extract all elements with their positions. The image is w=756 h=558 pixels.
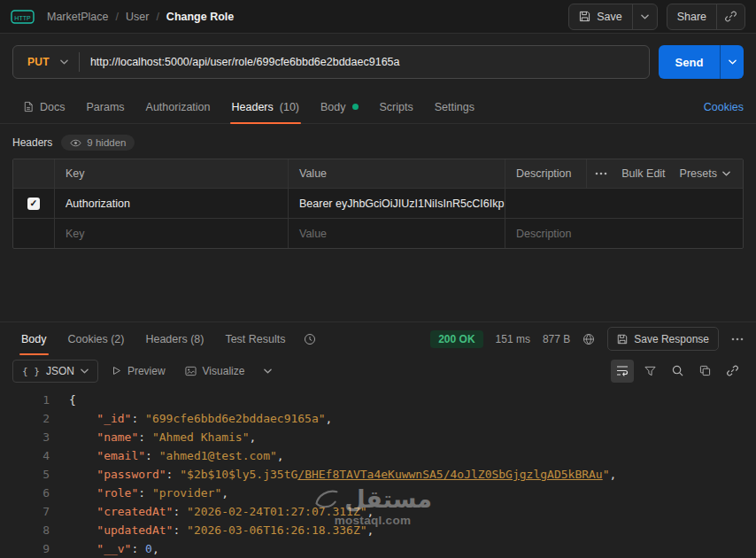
tab-label: Settings <box>435 101 474 113</box>
tab-label: Authorization <box>146 101 211 113</box>
hidden-headers-label: 9 hidden <box>87 137 126 148</box>
save-response-label: Save Response <box>634 333 709 345</box>
body-format-dropdown[interactable]: JSON <box>12 360 98 383</box>
wrap-text-icon[interactable] <box>611 360 634 383</box>
copy-link-button[interactable] <box>716 4 744 29</box>
breadcrumb-request[interactable]: Change Role <box>166 11 234 23</box>
new-description-input[interactable]: Description <box>505 219 743 248</box>
line-number: 5 <box>0 465 50 484</box>
save-options-button[interactable] <box>632 4 657 29</box>
response-tab-test-results[interactable]: Test Results <box>216 322 294 355</box>
tab-label: Scripts <box>380 101 413 113</box>
response-header: Body Cookies (2) Headers (8) Test Result… <box>0 322 756 355</box>
tab-scripts[interactable]: Scripts <box>369 90 424 123</box>
tab-authorization[interactable]: Authorization <box>135 90 221 123</box>
tab-params[interactable]: Params <box>75 90 135 123</box>
response-tab-headers[interactable]: Headers (8) <box>136 322 212 355</box>
code-line: 5 "password": "$2b$10$ly5.j35tG/BHEf8TAV… <box>0 465 756 484</box>
tab-docs[interactable]: Docs <box>12 90 75 123</box>
table-header-row: Key Value Description Bulk Edit Presets <box>13 159 743 188</box>
status-badge: 200 OK <box>430 330 482 348</box>
response-code[interactable]: 1{2 "_id": "699cfe6bbd6e2bddaec9165a",3 … <box>0 386 756 558</box>
history-icon[interactable] <box>304 333 316 345</box>
new-value-input[interactable]: Value <box>288 219 505 248</box>
postman-app: HTTP MarketPlace User Change Role Save <box>0 0 756 558</box>
tab-label: Docs <box>40 101 65 113</box>
topbar-actions: Save Share <box>568 4 745 30</box>
url-input[interactable]: http://localhost:5000/api/user/role/699c… <box>80 56 411 68</box>
response-tab-cookies[interactable]: Cookies (2) <box>59 322 134 355</box>
breadcrumb-workspace[interactable]: MarketPlace <box>47 11 108 23</box>
line-number: 2 <box>0 409 50 428</box>
tab-settings[interactable]: Settings <box>424 90 485 123</box>
bulk-edit-button[interactable]: Bulk Edit <box>621 167 665 180</box>
line-content: "__v": 0, <box>69 539 159 558</box>
response-more-options-icon[interactable] <box>731 337 744 341</box>
tab-label: Body <box>21 333 47 345</box>
row-checkbox[interactable] <box>27 198 40 210</box>
copy-icon[interactable] <box>693 360 716 383</box>
chevron-down-icon <box>60 59 68 65</box>
visualize-button[interactable]: Visualize <box>180 365 251 377</box>
response-time: 151 ms <box>496 333 530 345</box>
link-icon[interactable] <box>721 360 744 383</box>
headers-editor: Headers 9 hidden Key Value Description B… <box>0 124 756 249</box>
code-line: 8 "updatedAt": "2026-03-06T16:26:18.336Z… <box>0 521 756 539</box>
header-row-authorization: Authorization Bearer eyJhbGciOiJIUzI1NiI… <box>13 188 743 218</box>
tab-label: Params <box>86 101 124 113</box>
line-number: 6 <box>0 484 50 502</box>
headers-meta-row: Headers 9 hidden <box>0 124 756 159</box>
header-value-cell[interactable]: Bearer eyJhbGciOiJIUzI1NiIsInR5cCI6Ikp..… <box>288 189 505 218</box>
line-content: "email": "ahmed1@test.com", <box>69 446 284 465</box>
code-line: 1{ <box>0 391 756 409</box>
presets-dropdown[interactable]: Presets <box>680 167 730 180</box>
eye-icon <box>70 139 81 147</box>
visualize-label: Visualize <box>203 365 245 377</box>
tab-label: Headers <box>232 101 274 113</box>
response-tab-body[interactable]: Body <box>12 322 56 355</box>
header-description-cell[interactable] <box>505 189 743 218</box>
cookies-link[interactable]: Cookies <box>704 101 744 113</box>
table-controls: Bulk Edit Presets <box>586 159 743 188</box>
hidden-headers-badge[interactable]: 9 hidden <box>61 135 135 151</box>
filter-icon[interactable] <box>638 360 661 383</box>
new-key-input[interactable]: Key <box>54 219 288 248</box>
column-value: Value <box>288 159 505 188</box>
breadcrumb-collection[interactable]: User <box>126 11 149 23</box>
send-button[interactable]: Send <box>659 45 720 79</box>
save-response-button[interactable]: Save Response <box>607 327 719 351</box>
breadcrumb-separator <box>115 11 118 23</box>
line-content: "createdAt": "2026-02-24T01:27:07.311Z", <box>69 502 374 521</box>
column-description: Description <box>505 159 586 188</box>
svg-text:HTTP: HTTP <box>14 14 31 20</box>
more-actions-icon[interactable] <box>595 172 607 175</box>
tab-label: Headers (8) <box>145 333 204 345</box>
header-key-cell[interactable]: Authorization <box>54 189 288 218</box>
http-request-icon: HTTP <box>11 9 35 25</box>
send-options-button[interactable] <box>720 45 744 79</box>
method-selector[interactable]: PUT <box>13 56 79 68</box>
breadcrumb-separator <box>156 11 158 23</box>
send-button-group: Send <box>659 45 744 79</box>
checkbox-cell <box>13 189 54 218</box>
tab-headers[interactable]: Headers (10) <box>221 90 310 123</box>
visualize-options-button[interactable] <box>258 368 277 374</box>
preview-icon <box>112 366 121 376</box>
code-line: 9 "__v": 0, <box>0 539 756 558</box>
line-content: "updatedAt": "2026-03-06T16:26:18.336Z", <box>69 521 374 539</box>
network-globe-icon[interactable] <box>582 333 595 345</box>
save-button[interactable]: Save <box>569 4 632 29</box>
search-icon[interactable] <box>666 360 689 383</box>
breadcrumb: MarketPlace User Change Role <box>47 11 234 23</box>
preview-button[interactable]: Preview <box>107 365 171 377</box>
tab-body[interactable]: Body <box>310 90 369 123</box>
preview-label: Preview <box>127 365 166 377</box>
save-response-icon <box>617 334 628 345</box>
panel-gap <box>0 249 756 322</box>
share-button[interactable]: Share <box>667 4 716 29</box>
code-line: 7 "createdAt": "2026-02-24T01:27:07.311Z… <box>0 502 756 521</box>
body-modified-dot <box>352 104 359 110</box>
line-number: 8 <box>0 521 50 539</box>
column-key: Key <box>54 159 288 188</box>
response-meta: 200 OK 151 ms 877 B Save Response <box>430 322 744 355</box>
